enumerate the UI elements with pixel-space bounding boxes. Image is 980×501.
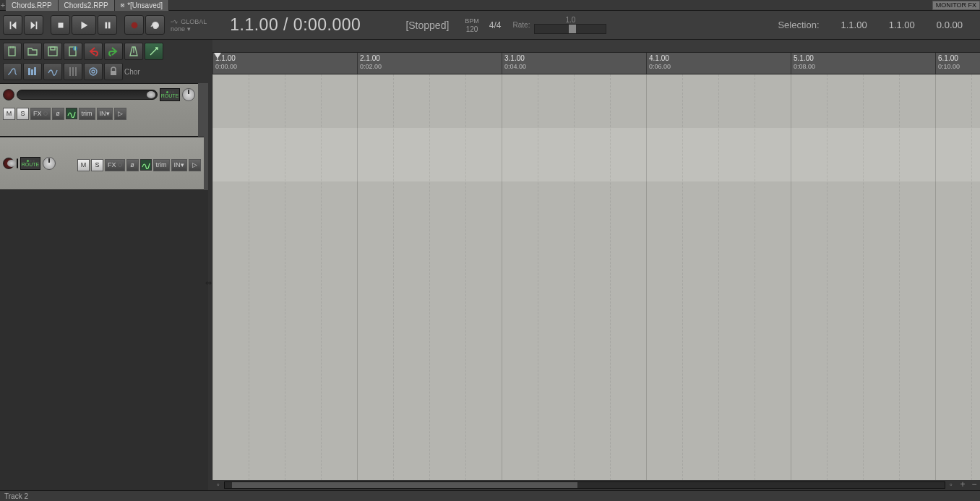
scrollbar-thumb[interactable]	[232, 482, 577, 488]
new-project-button[interactable]	[3, 43, 22, 60]
gridline-beat	[718, 74, 719, 480]
redo-button[interactable]	[104, 43, 123, 60]
tab-label: *[Unsaved]	[127, 1, 163, 9]
svg-rect-0	[58, 22, 63, 27]
close-tab-icon[interactable]: ⊠	[121, 1, 124, 9]
track-panel[interactable]: ROUTE M S FX ø trim IN ▾ ▷	[0, 83, 198, 137]
solo-button[interactable]: S	[91, 159, 103, 171]
svg-rect-10	[28, 68, 30, 75]
mute-button[interactable]: M	[3, 108, 15, 120]
svg-rect-15	[111, 71, 116, 75]
auto-crossfade-button[interactable]	[3, 63, 22, 80]
arrange-area[interactable]	[212, 74, 980, 480]
scroll-left-button[interactable]: ◦	[212, 480, 224, 490]
automation-icon: ◦∿	[171, 18, 179, 25]
tab-label: Chords.RPP	[12, 1, 52, 9]
stop-button[interactable]	[51, 15, 70, 35]
project-overview[interactable]	[212, 40, 980, 53]
pause-button[interactable]	[98, 15, 117, 35]
selection-end[interactable]: 1.1.00	[889, 20, 915, 30]
envelope-button[interactable]	[140, 159, 152, 171]
trim-button[interactable]: trim	[153, 159, 170, 171]
gridline-beat	[574, 74, 575, 480]
monitor-fx-button[interactable]: MONITOR FX	[932, 1, 980, 10]
gridline-beat	[321, 74, 322, 480]
route-button[interactable]: ROUTE	[20, 157, 40, 170]
undo-button[interactable]	[84, 43, 103, 60]
bpm-display[interactable]: BPM 120	[465, 17, 479, 34]
svg-rect-4	[9, 47, 15, 56]
gridline-bar	[646, 74, 647, 480]
fx-bypass-icon[interactable]	[43, 111, 48, 116]
input-button[interactable]: IN ▾	[171, 159, 187, 171]
selection-start[interactable]: 1.1.00	[841, 20, 867, 30]
item-mixing-button[interactable]	[23, 63, 42, 80]
phase-button[interactable]: ø	[52, 108, 64, 120]
envelope-move-button[interactable]	[43, 63, 62, 80]
playrate-slider[interactable]	[534, 24, 606, 34]
zoom-in-button[interactable]: +	[957, 480, 968, 490]
fx-button[interactable]: FX	[30, 108, 51, 120]
go-to-end-button[interactable]	[24, 15, 43, 35]
horizontal-scrollbar[interactable]: ◦ ◦ + −	[212, 480, 980, 490]
ruler-mark: 6.1.000:10.00	[935, 53, 960, 74]
gridline-beat	[682, 74, 683, 480]
solo-button[interactable]: S	[17, 108, 29, 120]
add-tab-button[interactable]: +	[0, 1, 6, 10]
global-automation-mode[interactable]: ◦∿GLOBAL none▾	[171, 18, 207, 33]
record-button[interactable]	[124, 15, 144, 35]
ruler-mark: 4.1.000:06.00	[646, 53, 671, 74]
selection-length[interactable]: 0.0.00	[937, 20, 963, 30]
svg-rect-11	[31, 69, 33, 75]
pan-knob[interactable]	[43, 157, 56, 170]
volume-slider[interactable]	[17, 90, 158, 100]
toolbar-toggle-button[interactable]	[145, 43, 163, 60]
gridline-bar	[502, 74, 502, 480]
svg-rect-12	[34, 67, 36, 75]
timeline-ruler[interactable]: 1.1.000:00.002.1.000:02.003.1.000:04.004…	[212, 53, 980, 74]
mute-button[interactable]: M	[77, 159, 90, 171]
timesig-display[interactable]: 4/4	[489, 20, 502, 30]
gridline-beat	[827, 74, 828, 480]
phase-button[interactable]: ø	[126, 159, 139, 171]
project-tab-active[interactable]: ⊠ *[Unsaved]	[115, 0, 169, 11]
project-tab[interactable]: Chords.RPP	[6, 0, 59, 11]
track-panel-selected[interactable]: ROUTE M S FX ø trim IN ▾ ▷	[0, 137, 204, 190]
metronome-button[interactable]	[124, 43, 143, 60]
envelope-button[interactable]	[66, 108, 77, 119]
transport-state: [Stopped]	[405, 20, 449, 31]
project-settings-button[interactable]: i	[64, 43, 82, 60]
track-control-panel: i Chor ROUTE M	[0, 40, 208, 490]
volume-slider[interactable]	[17, 158, 18, 168]
scroll-right-button[interactable]: ◦	[945, 480, 957, 490]
svg-rect-1	[105, 22, 107, 28]
record-mode-button[interactable]: ▷	[189, 159, 201, 171]
trim-button[interactable]: trim	[79, 108, 95, 120]
play-button[interactable]	[72, 15, 96, 35]
ripple-edit-button[interactable]	[84, 63, 103, 80]
open-project-button[interactable]	[23, 43, 42, 60]
project-tab[interactable]: Chords2.RPP	[59, 0, 115, 11]
scrollbar-track[interactable]	[224, 481, 945, 489]
project-tab-bar: + Chords.RPP Chords2.RPP ⊠ *[Unsaved] MO…	[0, 0, 980, 11]
transport-timecode[interactable]: 1.1.00 / 0:00.000	[230, 15, 361, 35]
route-button[interactable]: ROUTE	[160, 88, 180, 101]
fx-button[interactable]: FX	[105, 159, 125, 171]
repeat-button[interactable]	[145, 15, 165, 35]
gridline-beat	[465, 74, 466, 480]
go-to-start-button[interactable]	[3, 15, 22, 35]
record-mode-button[interactable]: ▷	[114, 108, 126, 120]
playrate-value[interactable]: 1.0	[534, 16, 606, 24]
gridline-beat	[249, 74, 249, 480]
zoom-out-button[interactable]: −	[968, 480, 980, 490]
input-button[interactable]: IN ▾	[97, 108, 113, 120]
record-arm-button[interactable]	[3, 89, 14, 100]
fx-bypass-icon[interactable]	[118, 163, 122, 167]
ruler-mark: 1.1.000:00.00	[212, 53, 237, 74]
gridline-bar	[212, 74, 213, 480]
grid-lines-button[interactable]	[64, 63, 82, 80]
toolbar-label: Chor	[124, 63, 140, 80]
pan-knob[interactable]	[182, 88, 195, 101]
save-project-button[interactable]	[43, 43, 62, 60]
locking-button[interactable]	[104, 63, 123, 80]
